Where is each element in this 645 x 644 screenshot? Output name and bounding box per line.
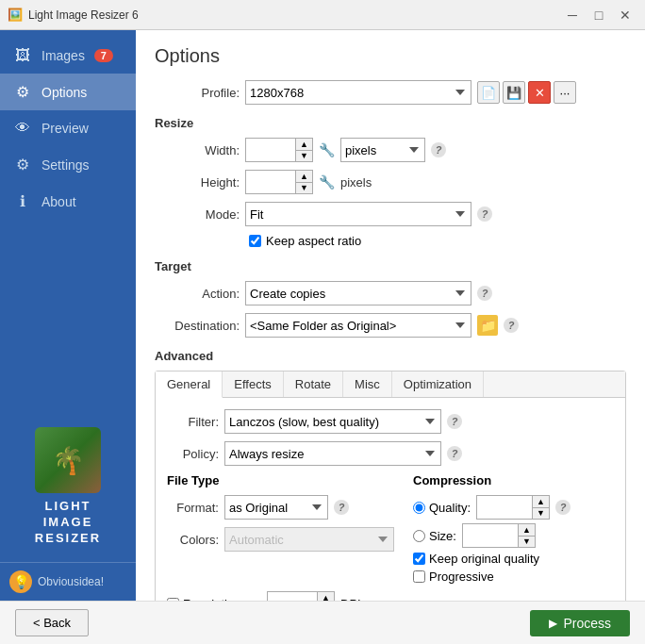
mode-help-icon[interactable]: ? [477, 206, 492, 222]
action-help-icon[interactable]: ? [477, 286, 492, 301]
profile-save-button[interactable]: 💾 [503, 81, 525, 104]
advanced-section-label: Advanced [155, 349, 626, 363]
tab-rotate[interactable]: Rotate [284, 372, 343, 397]
keep-quality-label[interactable]: Keep original quality [429, 552, 539, 566]
logo-text: LIGHTIMAGERESIZER [35, 499, 101, 547]
tab-effects[interactable]: Effects [223, 372, 284, 397]
resolution-spinner: 96 ▲ ▼ [267, 591, 335, 601]
dest-row: Destination: <Same Folder as Original> 📁… [155, 313, 626, 338]
quality-radio[interactable] [413, 502, 425, 514]
filter-label: Filter: [167, 415, 219, 429]
size-label: Size: [429, 529, 456, 543]
quality-increment[interactable]: ▲ [533, 495, 550, 507]
format-select[interactable]: as Original JPEG PNG BMP TIFF WebP [224, 495, 328, 520]
images-badge: 7 [94, 49, 113, 62]
sidebar-label-about: About [41, 194, 76, 209]
quality-help-icon[interactable]: ? [555, 500, 571, 515]
filter-row: Filter: Lanczos (slow, best quality) Bic… [167, 409, 614, 434]
sidebar-item-about[interactable]: ℹ About [0, 183, 136, 220]
about-icon: ℹ [13, 192, 32, 210]
sidebar-footer: 💡 Obviousidea! [0, 562, 136, 601]
profile-select[interactable]: 1280x768 [245, 80, 471, 105]
file-type-title: File Type [167, 473, 394, 487]
process-button[interactable]: ▶ Process [530, 610, 630, 636]
progressive-label[interactable]: Progressive [429, 570, 494, 584]
sidebar-label-preview: Preview [41, 121, 89, 136]
width-input[interactable]: 1280 [245, 138, 296, 162]
tab-misc[interactable]: Misc [343, 372, 392, 397]
sidebar-item-options[interactable]: ⚙ Options [0, 74, 136, 110]
sidebar-item-preview[interactable]: 👁 Preview [0, 110, 136, 146]
folder-browse-icon[interactable]: 📁 [477, 315, 498, 336]
logo-image [35, 427, 101, 493]
profile-row: Profile: 1280x768 📄 💾 ✕ ··· [155, 80, 626, 105]
maximize-button[interactable]: □ [587, 3, 611, 27]
resolution-increment[interactable]: ▲ [318, 591, 335, 601]
profile-label: Profile: [155, 86, 240, 100]
options-icon: ⚙ [13, 83, 32, 101]
keep-aspect-label[interactable]: Keep aspect ratio [266, 234, 361, 248]
close-button[interactable]: ✕ [613, 3, 637, 27]
sidebar-logo: LIGHTIMAGERESIZER [0, 408, 136, 562]
keep-aspect-checkbox[interactable] [249, 235, 261, 247]
width-unit-select[interactable]: pixels [340, 138, 425, 162]
format-row: Format: as Original JPEG PNG BMP TIFF We… [167, 495, 394, 520]
resolution-checkbox-label[interactable]: Resolution: [167, 597, 261, 602]
profile-delete-button[interactable]: ✕ [528, 81, 551, 104]
action-select[interactable]: Create copies Replace original Move and … [245, 281, 471, 305]
height-row: Height: 768 ▲ ▼ 🔧 pixels [155, 170, 626, 194]
images-icon: 🖼 [13, 47, 32, 64]
mode-row: Mode: Fit Stretch Crop Pad ? [155, 202, 626, 226]
dest-select[interactable]: <Same Folder as Original> [245, 313, 471, 338]
size-increment[interactable]: ▲ [519, 523, 536, 536]
policy-help-icon[interactable]: ? [447, 446, 462, 461]
quality-radio-label[interactable]: Quality: [413, 501, 471, 515]
sidebar-item-images[interactable]: 🖼 Images 7 [0, 38, 136, 74]
resolution-checkbox[interactable] [167, 598, 179, 602]
tab-general[interactable]: General [156, 372, 223, 398]
minimize-button[interactable]: ─ [560, 3, 585, 27]
filetype-compression-section: File Type Format: as Original JPEG PNG B… [167, 473, 614, 584]
action-row: Action: Create copies Replace original M… [155, 281, 626, 305]
resolution-unit: DPI [340, 597, 361, 602]
width-label: Width: [155, 143, 240, 157]
size-radio-label[interactable]: Size: [413, 529, 456, 543]
resolution-input[interactable]: 96 [267, 591, 318, 601]
keep-aspect-row: Keep aspect ratio [249, 234, 626, 248]
mode-select[interactable]: Fit Stretch Crop Pad [245, 202, 471, 226]
policy-select[interactable]: Always resize Only if larger Only if sma… [224, 441, 441, 466]
size-decrement[interactable]: ▼ [519, 536, 536, 548]
width-increment[interactable]: ▲ [296, 138, 313, 150]
height-decrement[interactable]: ▼ [296, 182, 313, 194]
tab-optimization[interactable]: Optimization [392, 372, 484, 397]
width-wrench-icon[interactable]: 🔧 [319, 142, 335, 157]
height-wrench-icon[interactable]: 🔧 [319, 174, 335, 190]
profile-new-button[interactable]: 📄 [477, 81, 500, 104]
resolution-label: Resolution: [183, 597, 244, 602]
back-button[interactable]: < Back [15, 609, 89, 636]
quality-input[interactable]: 90% [476, 495, 533, 520]
colors-select[interactable]: Automatic [224, 527, 394, 552]
profile-more-button[interactable]: ··· [554, 81, 576, 104]
sidebar-item-settings[interactable]: ⚙ Settings [0, 146, 136, 183]
size-input[interactable]: 100 KB [462, 523, 519, 548]
dest-help-icon[interactable]: ? [504, 318, 519, 333]
width-spinner: 1280 ▲ ▼ [245, 138, 313, 162]
size-radio[interactable] [413, 530, 425, 542]
filter-select[interactable]: Lanczos (slow, best quality) Bicubic Bil… [224, 409, 441, 434]
progressive-checkbox[interactable] [413, 570, 425, 583]
width-decrement[interactable]: ▼ [296, 150, 313, 162]
height-input[interactable]: 768 [245, 170, 296, 194]
quality-decrement[interactable]: ▼ [533, 507, 550, 520]
keep-quality-checkbox[interactable] [413, 553, 425, 565]
format-help-icon[interactable]: ? [334, 500, 349, 515]
width-help-icon[interactable]: ? [431, 142, 446, 157]
height-spinner: 768 ▲ ▼ [245, 170, 313, 194]
height-label: Height: [155, 175, 240, 190]
size-spinner-buttons: ▲ ▼ [519, 523, 536, 548]
app-body: 🖼 Images 7 ⚙ Options 👁 Preview ⚙ Setting… [0, 30, 645, 601]
format-label: Format: [167, 501, 219, 515]
filter-help-icon[interactable]: ? [447, 414, 462, 429]
height-increment[interactable]: ▲ [296, 170, 313, 182]
footer-text: Obviousidea! [38, 575, 104, 588]
